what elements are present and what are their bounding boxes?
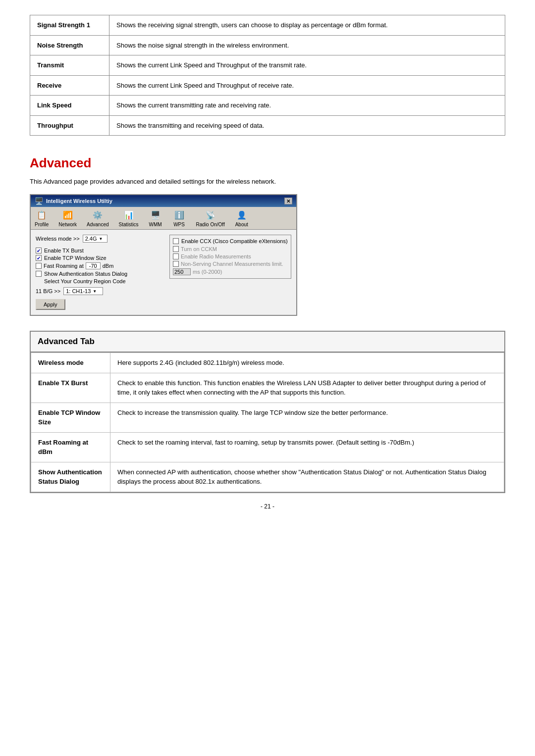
- row-label: Receive: [30, 75, 109, 96]
- checkbox-tcp-window-box[interactable]: ✔: [36, 255, 42, 261]
- dialog-right-panel: Enable CCX (Cisco Compatible eXtensions)…: [169, 235, 291, 310]
- adv-row-label: Wireless mode: [31, 353, 110, 373]
- toolbar-icon: 📊: [122, 209, 136, 221]
- ccx-non-serving-box[interactable]: [173, 261, 179, 267]
- page-number: - 21 -: [30, 503, 505, 510]
- table-row: Noise Strength Shows the noise signal st…: [30, 35, 505, 55]
- row-label: Signal Strength 1: [30, 15, 109, 36]
- ccx-title-label: Enable CCX (Cisco Compatible eXtensions): [181, 238, 288, 244]
- row-desc: Shows the noise signal strength in the w…: [109, 35, 505, 55]
- checkbox-enable-tx-burst[interactable]: ✔ Enable TX Burst: [36, 248, 164, 253]
- row-label: Link Speed: [30, 96, 109, 116]
- fast-roaming-row: Fast Roaming at dBm: [36, 262, 164, 269]
- dialog-close-button[interactable]: ✕: [284, 198, 292, 204]
- ccx-enable-box[interactable]: [173, 238, 179, 244]
- row-desc: Shows the current Link Speed and Through…: [109, 75, 505, 96]
- checkbox-tx-burst-box[interactable]: ✔: [36, 248, 42, 253]
- toolbar-icon: 👤: [235, 209, 249, 221]
- band-row: 11 B/G >> 1: CH1-13 ▼: [36, 287, 164, 295]
- table-row: Fast Roaming at dBm Check to set the roa…: [31, 432, 504, 462]
- row-desc: Shows the transmitting and receiving spe…: [109, 115, 505, 136]
- table-row: Link Speed Shows the current transmittin…: [30, 96, 505, 116]
- apply-button[interactable]: Apply: [36, 299, 65, 310]
- advanced-tab-table: Wireless mode Here supports 2.4G (includ…: [31, 353, 504, 492]
- fast-roaming-label: Fast Roaming at: [44, 263, 84, 269]
- row-label: Transmit: [30, 55, 109, 76]
- adv-row-desc: Check to set the roaming interval, fast …: [110, 432, 504, 462]
- adv-row-desc: Check to enable this function. This func…: [110, 373, 504, 403]
- ccx-group: Enable CCX (Cisco Compatible eXtensions)…: [169, 235, 291, 279]
- toolbar-label: WPS: [173, 222, 185, 227]
- checkbox-fast-roaming-box[interactable]: [36, 263, 42, 269]
- toolbar-label: Advanced: [87, 222, 108, 227]
- ccx-input-row: ms (0-2000): [173, 268, 288, 275]
- toolbar-item-advanced[interactable]: ⚙️ Advanced: [87, 209, 108, 227]
- adv-row-label: Fast Roaming at dBm: [31, 432, 110, 462]
- ccx-non-serving-row: Non-Serving Channel Measurements limit.: [173, 261, 288, 267]
- country-region-row: Select Your Country Region Code: [36, 278, 164, 284]
- ccx-ms-unit: ms (0-2000): [193, 269, 222, 275]
- ccx-radio-meas-label: Enable Radio Measurements: [181, 253, 251, 259]
- toolbar-label: WMM: [149, 222, 161, 227]
- ccx-title-row[interactable]: Enable CCX (Cisco Compatible eXtensions): [173, 238, 288, 244]
- fast-roaming-input[interactable]: [86, 262, 101, 269]
- adv-row-label: Show Authentication Status Dialog: [31, 462, 110, 492]
- toolbar-label: Profile: [35, 222, 49, 227]
- toolbar-label: About: [235, 222, 248, 227]
- toolbar-item-statistics[interactable]: 📊 Statistics: [119, 209, 139, 227]
- table-row: Throughput Shows the transmitting and re…: [30, 115, 505, 136]
- toolbar-label: Radio On/Off: [196, 222, 225, 227]
- table-row: Transmit Shows the current Link Speed an…: [30, 55, 505, 76]
- adv-row-desc: Check to increase the transmission quali…: [110, 403, 504, 432]
- band-value: 1: CH1-13: [66, 288, 91, 294]
- toolbar-item-wps[interactable]: ℹ️ WPS: [172, 209, 186, 227]
- checkbox-auth-status-label: Show Authentication Status Dialog: [44, 271, 127, 277]
- checkbox-auth-status[interactable]: Show Authentication Status Dialog: [36, 271, 164, 277]
- toolbar-label: Statistics: [119, 222, 139, 227]
- table-row: Show Authentication Status Dialog When c…: [31, 462, 504, 492]
- toolbar-icon: ℹ️: [172, 209, 186, 221]
- dialog-window: 🖥️ Intelligent Wireless Utiltiy ✕ 📋 Prof…: [30, 194, 297, 316]
- table-row: Signal Strength 1 Shows the receiving si…: [30, 15, 505, 36]
- toolbar-icon: 📡: [204, 209, 217, 221]
- adv-row-desc: Here supports 2.4G (included 802.11b/g/n…: [110, 353, 504, 373]
- wireless-mode-select[interactable]: 2.4G ▼: [83, 235, 107, 243]
- titlebar-left: 🖥️ Intelligent Wireless Utiltiy: [35, 197, 112, 205]
- row-desc: Shows the current Link Speed and Through…: [109, 55, 505, 76]
- toolbar-item-about[interactable]: 👤 About: [235, 209, 249, 227]
- band-select[interactable]: 1: CH1-13 ▼: [63, 287, 103, 295]
- dialog-toolbar: 📋 Profile 📶 Network ⚙️ Advanced 📊 Statis…: [31, 207, 296, 230]
- toolbar-icon: 🖥️: [149, 209, 162, 221]
- checkbox-tx-burst-label: Enable TX Burst: [44, 248, 84, 253]
- wireless-mode-value: 2.4G: [85, 236, 97, 242]
- table-row: Enable TX Burst Check to enable this fun…: [31, 373, 504, 403]
- table-row: Wireless mode Here supports 2.4G (includ…: [31, 353, 504, 373]
- toolbar-item-network[interactable]: 📶 Network: [58, 209, 77, 227]
- toolbar-icon: 📋: [35, 209, 49, 221]
- toolbar-item-radio-on/off[interactable]: 📡 Radio On/Off: [196, 209, 225, 227]
- ccx-ms-input[interactable]: [173, 268, 191, 275]
- dialog-title: Intelligent Wireless Utiltiy: [46, 198, 112, 204]
- advanced-tab-title: Advanced Tab: [31, 332, 504, 353]
- ccx-radio-meas-row: Enable Radio Measurements: [173, 253, 288, 259]
- wireless-mode-label: Wireless mode >>: [36, 236, 80, 242]
- dialog-body: Wireless mode >> 2.4G ▼ ✔ Enable TX Burs…: [31, 230, 296, 315]
- fast-roaming-unit: dBm: [103, 263, 114, 269]
- checkbox-enable-tcp-window[interactable]: ✔ Enable TCP Window Size: [36, 255, 164, 261]
- row-desc: Shows the current transmitting rate and …: [109, 96, 505, 116]
- ccx-cckm-label: Turn on CCKM: [181, 246, 217, 252]
- table-row: Enable TCP Window Size Check to increase…: [31, 403, 504, 432]
- ccx-cckm-box[interactable]: [173, 246, 179, 252]
- dialog-titlebar: 🖥️ Intelligent Wireless Utiltiy ✕: [31, 195, 296, 207]
- ccx-radio-meas-box[interactable]: [173, 253, 179, 259]
- ccx-non-serving-label: Non-Serving Channel Measurements limit.: [181, 261, 283, 267]
- checkbox-tcp-window-label: Enable TCP Window Size: [44, 255, 107, 261]
- chevron-down-icon-band: ▼: [93, 289, 97, 294]
- chevron-down-icon: ▼: [99, 237, 103, 241]
- toolbar-icon: ⚙️: [91, 209, 105, 221]
- toolbar-item-wmm[interactable]: 🖥️ WMM: [149, 209, 162, 227]
- toolbar-item-profile[interactable]: 📋 Profile: [35, 209, 49, 227]
- country-region-label: Select Your Country Region Code: [44, 278, 126, 284]
- row-label: Noise Strength: [30, 35, 109, 55]
- checkbox-auth-status-box[interactable]: [36, 271, 42, 277]
